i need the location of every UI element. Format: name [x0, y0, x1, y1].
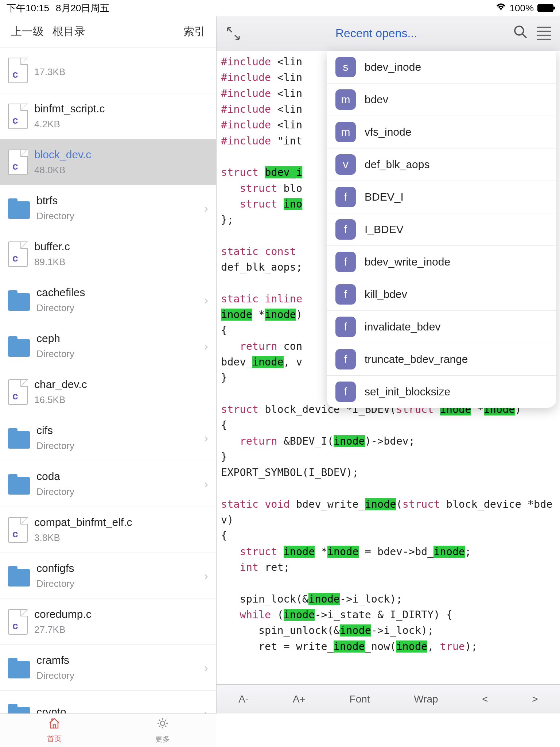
font-button[interactable]: Font — [350, 693, 370, 705]
dropdown-item[interactable]: sbdev_inode — [327, 51, 556, 84]
chevron-right-icon: › — [204, 431, 208, 445]
file-item[interactable]: compat_binfmt_elf.c3.8KB — [0, 507, 216, 553]
file-name: configfs — [36, 562, 198, 574]
content-header: Recent opens... — [217, 16, 560, 51]
status-bar: 下午10:15 8月20日周五 100% — [0, 0, 560, 16]
symbol-label: vfs_inode — [365, 126, 411, 138]
file-item[interactable]: cramfsDirectory› — [0, 645, 216, 691]
dropdown-item[interactable]: mvfs_inode — [327, 116, 556, 148]
folder-icon — [8, 707, 30, 714]
file-item[interactable]: coredump.c27.7KB — [0, 599, 216, 645]
file-meta: Directory — [36, 210, 198, 222]
home-icon — [48, 717, 61, 732]
chevron-right-icon: › — [204, 569, 208, 583]
symbol-label: invalidate_bdev — [365, 321, 441, 333]
symbol-kind-badge: s — [335, 57, 356, 77]
symbol-kind-badge: f — [335, 382, 356, 402]
file-item[interactable]: cifsDirectory› — [0, 415, 216, 461]
symbol-label: def_blk_aops — [365, 158, 429, 171]
symbol-label: kill_bdev — [365, 288, 407, 301]
file-meta: 48.0KB — [34, 165, 208, 176]
search-icon[interactable] — [511, 24, 529, 42]
symbol-kind-badge: f — [335, 187, 356, 207]
sidebar-header: 上一级 根目录 索引 — [0, 16, 216, 47]
file-item[interactable]: configfsDirectory› — [0, 553, 216, 599]
font-decrease[interactable]: A- — [238, 693, 249, 705]
tab-more[interactable]: 更多 — [108, 714, 217, 747]
file-item[interactable]: 17.3KB — [0, 47, 216, 93]
symbol-label: BDEV_I — [365, 191, 404, 203]
font-increase[interactable]: A+ — [293, 693, 306, 705]
dropdown-item[interactable]: fkill_bdev — [327, 278, 556, 311]
symbol-label: bdev_inode — [365, 61, 421, 73]
symbol-dropdown: sbdev_inodembdevmvfs_inodevdef_blk_aopsf… — [327, 51, 556, 408]
folder-icon — [8, 431, 30, 449]
tab-bar: 首页 更多 — [0, 713, 217, 747]
folder-icon — [8, 201, 30, 219]
file-item[interactable]: cephDirectory› — [0, 323, 216, 369]
c-file-icon — [8, 104, 28, 129]
file-name: block_dev.c — [34, 148, 208, 161]
file-meta: 27.7KB — [34, 624, 208, 635]
nav-root[interactable]: 根目录 — [52, 24, 85, 39]
symbol-label: bdev — [365, 93, 388, 106]
file-item[interactable]: crypto› — [0, 691, 216, 713]
file-name: coda — [36, 470, 198, 483]
symbol-kind-badge: f — [335, 349, 356, 369]
file-meta: Directory — [36, 486, 198, 498]
nav-back[interactable]: 上一级 — [11, 24, 44, 39]
file-item[interactable]: codaDirectory› — [0, 461, 216, 507]
chevron-right-icon: › — [204, 661, 208, 675]
file-meta: Directory — [36, 578, 198, 589]
prev-button[interactable]: < — [482, 693, 488, 705]
file-item[interactable]: btrfsDirectory› — [0, 185, 216, 231]
tab-more-label: 更多 — [155, 734, 170, 744]
symbol-label: truncate_bdev_range — [365, 353, 468, 365]
battery-pct: 100% — [510, 3, 534, 14]
file-name: btrfs — [36, 194, 198, 207]
c-file-icon — [8, 241, 28, 267]
wrap-button[interactable]: Wrap — [414, 693, 438, 705]
file-item[interactable]: char_dev.c16.5KB — [0, 369, 216, 415]
c-file-icon — [8, 609, 28, 635]
file-meta: 89.1KB — [34, 256, 208, 268]
file-meta: Directory — [36, 440, 198, 452]
tab-home-label: 首页 — [47, 734, 62, 744]
file-meta: Directory — [36, 348, 198, 360]
file-name: char_dev.c — [34, 378, 208, 391]
file-meta: 4.2KB — [34, 119, 208, 130]
next-button[interactable]: > — [532, 693, 538, 705]
nav-index[interactable]: 索引 — [183, 24, 205, 39]
dropdown-item[interactable]: vdef_blk_aops — [327, 148, 556, 181]
dropdown-item[interactable]: ftruncate_bdev_range — [327, 343, 556, 376]
chevron-right-icon: › — [204, 477, 208, 491]
gear-icon — [156, 717, 169, 733]
svg-point-2 — [160, 721, 165, 725]
folder-icon — [8, 293, 30, 311]
file-name: buffer.c — [34, 240, 208, 253]
folder-icon — [8, 339, 30, 357]
file-item[interactable]: binfmt_script.c4.2KB — [0, 93, 216, 139]
dropdown-item[interactable]: mbdev — [327, 84, 556, 116]
code-toolbar: A- A+ Font Wrap < > — [217, 684, 560, 713]
symbol-kind-badge: f — [335, 317, 356, 337]
dropdown-item[interactable]: fbdev_write_inode — [327, 246, 556, 278]
symbol-kind-badge: f — [335, 252, 356, 272]
file-item[interactable]: block_dev.c48.0KB — [0, 139, 216, 185]
file-item[interactable]: buffer.c89.1KB — [0, 231, 216, 277]
recent-opens[interactable]: Recent opens... — [249, 27, 504, 40]
tab-home[interactable]: 首页 — [0, 714, 108, 747]
symbol-label: set_init_blocksize — [365, 386, 450, 398]
dropdown-item[interactable]: finvalidate_bdev — [327, 311, 556, 343]
c-file-icon — [8, 150, 28, 175]
dropdown-item[interactable]: fset_init_blocksize — [327, 376, 556, 408]
dropdown-item[interactable]: fI_BDEV — [327, 213, 556, 246]
symbol-kind-badge: v — [335, 154, 356, 175]
dropdown-item[interactable]: fBDEV_I — [327, 181, 556, 213]
file-name: cachefiles — [36, 286, 198, 299]
file-meta: Directory — [36, 302, 198, 314]
menu-icon[interactable] — [537, 27, 551, 40]
expand-icon[interactable] — [225, 26, 241, 42]
file-item[interactable]: cachefilesDirectory› — [0, 277, 216, 323]
c-file-icon — [8, 379, 28, 405]
